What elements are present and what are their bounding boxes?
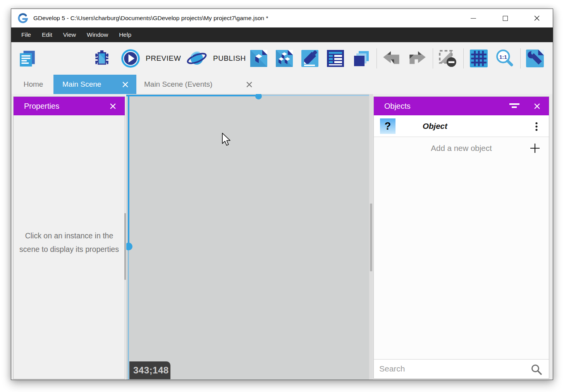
minimize-icon	[471, 18, 476, 19]
project-manager-icon	[17, 49, 37, 68]
close-icon	[534, 15, 540, 21]
add-new-object-button[interactable]: Add a new object	[374, 137, 549, 159]
objects-panel: Objects ? Object Add a new object	[373, 96, 549, 379]
edit-scene-button[interactable]	[249, 48, 268, 69]
object-name: Object	[423, 122, 447, 131]
maximize-icon	[503, 16, 508, 21]
tab-main-scene-label: Main Scene	[62, 80, 101, 89]
plus-icon	[530, 143, 540, 154]
tab-events-label: Main Scene (Events)	[144, 80, 212, 89]
deselect-mask-icon	[438, 49, 458, 68]
preview-button[interactable]: PREVIEW	[120, 48, 181, 69]
window-title: GDevelop 5 - C:\Users\charburg\Documents…	[33, 9, 268, 27]
close-button[interactable]	[521, 9, 553, 27]
gdevelop-window: GDevelop 5 - C:\Users\charburg\Documents…	[11, 9, 553, 380]
objects-close-button[interactable]	[534, 103, 540, 111]
search-input[interactable]	[379, 359, 523, 378]
open-settings-button[interactable]	[525, 48, 545, 69]
edit-objects-icon	[275, 49, 294, 68]
properties-panel: Properties Click on an instance in the s…	[13, 96, 125, 379]
objects-panel-title: Objects	[384, 102, 411, 111]
menu-edit[interactable]: Edit	[36, 27, 58, 42]
scene-window-left-border-extension	[128, 250, 129, 380]
undo-button[interactable]	[382, 48, 401, 69]
tab-close-button[interactable]	[122, 81, 129, 88]
tab-main-scene[interactable]: Main Scene	[53, 75, 136, 94]
toolbar-separator	[433, 48, 433, 68]
content-area: Properties Click on an instance in the s…	[11, 94, 553, 380]
filter-icon[interactable]	[509, 103, 519, 109]
tab-bar: Home Main Scene Main Scene (Events)	[11, 75, 553, 94]
close-icon	[534, 103, 540, 110]
title-bar: GDevelop 5 - C:\Users\charburg\Documents…	[11, 9, 553, 27]
toolbar: PREVIEW PUBLISH	[11, 42, 553, 75]
zoom-1-1-icon: 1:1	[495, 49, 514, 68]
object-list-item[interactable]: ? Object	[374, 115, 549, 137]
deselect-instances-button[interactable]	[438, 48, 458, 69]
objects-search-bar	[374, 359, 549, 378]
menu-bar: File Edit View Window Help	[11, 27, 553, 42]
tab-home-label: Home	[24, 80, 43, 89]
layers-icon	[352, 49, 370, 68]
add-new-object-label: Add a new object	[431, 144, 492, 153]
window-controls	[457, 9, 553, 27]
preview-label: PREVIEW	[146, 54, 181, 63]
scene-left-scrollbar[interactable]	[124, 213, 126, 280]
edit-scene-icon	[249, 49, 268, 68]
toolbar-separator	[377, 48, 377, 68]
search-icon[interactable]	[530, 363, 543, 376]
cursor-coordinates-badge: 343;148	[129, 361, 170, 379]
close-icon	[122, 81, 129, 88]
events-sheet-button[interactable]	[326, 48, 345, 69]
tab-close-button[interactable]	[246, 81, 253, 88]
edit-objects-button[interactable]	[275, 48, 294, 69]
events-sheet-icon	[326, 49, 345, 68]
menu-view[interactable]: View	[58, 27, 81, 42]
mouse-cursor	[222, 133, 232, 147]
toolbar-separator	[520, 48, 521, 68]
redo-button[interactable]	[408, 48, 426, 69]
close-icon	[110, 103, 116, 110]
properties-close-button[interactable]	[110, 103, 116, 111]
scene-right-scrollbar[interactable]	[370, 204, 372, 271]
scene-window-top-border-extension	[262, 95, 373, 96]
toolbar-separator	[463, 48, 464, 68]
redo-icon	[408, 50, 426, 67]
layers-button[interactable]	[352, 48, 370, 69]
zoom-original-button[interactable]: 1:1	[495, 48, 514, 69]
grid-button[interactable]	[469, 48, 488, 69]
menu-file[interactable]: File	[16, 27, 36, 42]
scene-window-top-border	[126, 95, 259, 96]
preview-play-icon	[120, 48, 141, 68]
tab-main-scene-events[interactable]: Main Scene (Events)	[136, 75, 260, 94]
properties-panel-title: Properties	[24, 102, 59, 111]
objects-list-empty-area	[374, 159, 549, 359]
tab-home[interactable]: Home	[13, 75, 53, 94]
edit-properties-icon	[301, 49, 319, 68]
debugger-button[interactable]	[92, 48, 112, 69]
object-menu-icon[interactable]	[535, 122, 538, 131]
menu-help[interactable]: Help	[113, 27, 137, 42]
minimize-button[interactable]	[457, 9, 489, 27]
publish-globe-icon	[186, 48, 208, 68]
scene-resize-handle-top[interactable]	[255, 94, 262, 99]
maximize-button[interactable]	[489, 9, 521, 27]
properties-panel-header: Properties	[14, 97, 125, 115]
menu-window[interactable]: Window	[81, 27, 113, 42]
svg-text:1:1: 1:1	[499, 54, 507, 60]
objects-panel-header: Objects	[374, 97, 549, 115]
object-thumbnail: ?	[380, 118, 395, 134]
grid-icon	[469, 49, 488, 68]
publish-label: PUBLISH	[213, 54, 246, 63]
scene-resize-handle-left[interactable]	[126, 243, 132, 250]
publish-button[interactable]: PUBLISH	[186, 48, 246, 69]
project-manager-button[interactable]	[17, 48, 37, 69]
edit-scene-properties-button[interactable]	[301, 48, 319, 69]
properties-empty-message: Click on an instance in the scene to dis…	[17, 229, 122, 256]
debugger-icon	[92, 49, 112, 68]
scene-window-left-border	[128, 95, 129, 246]
wrench-settings-icon	[525, 49, 545, 68]
gdevelop-logo-icon	[17, 13, 28, 24]
scene-canvas[interactable]: 343;148	[126, 94, 373, 380]
undo-icon	[382, 50, 401, 67]
